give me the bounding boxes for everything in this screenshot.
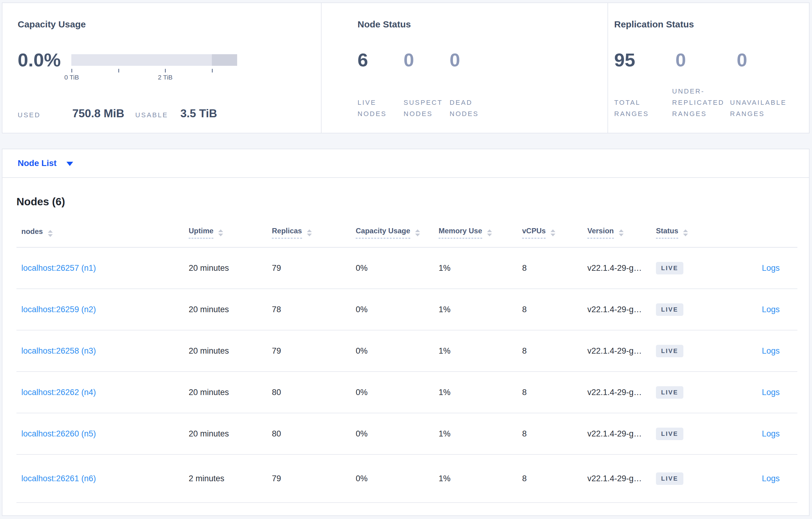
table-row: localhost:26258 (n3) 20 minutes 79 0% 1%…	[17, 330, 798, 372]
capacity-cell: 0%	[356, 289, 439, 330]
replicas-cell: 79	[272, 454, 356, 502]
replicas-cell: 79	[272, 330, 356, 372]
vcpus-cell: 8	[522, 454, 587, 502]
capacity-bar-reserved-segment	[212, 54, 237, 66]
suspect-nodes-value: 0	[404, 49, 450, 71]
logs-link[interactable]: Logs	[762, 474, 780, 483]
capacity-tick	[71, 69, 72, 72]
suspect-nodes-label: SUSPECT NODES	[404, 97, 450, 119]
node-link[interactable]: localhost:26259 (n2)	[21, 305, 96, 314]
node-link[interactable]: localhost:26258 (n3)	[21, 346, 96, 356]
version-cell: v22.1.4-29-g…	[587, 330, 656, 372]
logs-link[interactable]: Logs	[762, 346, 780, 356]
sort-icon	[415, 230, 420, 236]
column-header-version[interactable]: Version	[587, 208, 656, 247]
sort-icon	[218, 230, 223, 236]
total-ranges-value: 95	[614, 49, 675, 71]
memory-cell: 1%	[439, 330, 522, 372]
node-list-selector[interactable]: Node List	[2, 149, 809, 178]
uptime-cell: 20 minutes	[189, 247, 272, 289]
column-header-nodes[interactable]: nodes	[17, 208, 189, 247]
memory-cell: 1%	[439, 454, 522, 502]
version-cell: v22.1.4-29-g…	[587, 413, 656, 454]
capacity-tick-label-2: 2 TiB	[153, 74, 177, 81]
table-row: localhost:26260 (n5) 20 minutes 80 0% 1%…	[17, 413, 798, 454]
node-link[interactable]: localhost:26260 (n5)	[21, 429, 96, 438]
capacity-cell: 0%	[356, 247, 439, 289]
replication-values: 95 0 0	[614, 49, 809, 71]
capacity-gauge: 0.0% 0 TiB 2 TiB	[18, 49, 321, 71]
total-ranges-label: TOTAL RANGES	[614, 97, 672, 119]
logs-link[interactable]: Logs	[762, 305, 780, 314]
uptime-cell: 20 minutes	[189, 372, 272, 413]
status-badge: LIVE	[656, 345, 684, 357]
column-header-memory-use[interactable]: Memory Use	[439, 208, 522, 247]
capacity-cell: 0%	[356, 413, 439, 454]
column-header-replicas[interactable]: Replicas	[272, 208, 356, 247]
sort-icon	[683, 230, 688, 236]
capacity-cell: 0%	[356, 372, 439, 413]
memory-cell: 1%	[439, 247, 522, 289]
sort-icon	[487, 230, 492, 236]
column-header-capacity-usage[interactable]: Capacity Usage	[356, 208, 439, 247]
capacity-percent-value: 0.0%	[18, 49, 61, 71]
capacity-bar: 0 TiB 2 TiB	[71, 54, 237, 66]
logs-link[interactable]: Logs	[762, 264, 780, 273]
capacity-tick	[118, 69, 119, 72]
table-row: localhost:26262 (n4) 20 minutes 80 0% 1%…	[17, 372, 798, 413]
vcpus-cell: 8	[522, 413, 587, 454]
column-header-logs	[738, 208, 798, 247]
column-header-uptime[interactable]: Uptime	[189, 208, 272, 247]
capacity-tick	[165, 69, 166, 72]
live-nodes-value: 6	[357, 49, 404, 71]
node-link[interactable]: localhost:26257 (n1)	[21, 264, 96, 273]
uptime-cell: 2 minutes	[189, 454, 272, 502]
memory-cell: 1%	[439, 413, 522, 454]
used-label: USED	[18, 109, 40, 121]
version-cell: v22.1.4-29-g…	[587, 289, 656, 330]
unavailable-ranges-label: UNAVAILABLE RANGES	[730, 97, 788, 119]
version-cell: v22.1.4-29-g…	[587, 247, 656, 289]
replication-status-panel: Replication Status 95 0 0 TOTAL RANGES U…	[608, 3, 809, 133]
vcpus-cell: 8	[522, 330, 587, 372]
usable-value: 3.5 TiB	[180, 107, 217, 120]
sort-icon	[619, 230, 624, 236]
status-badge: LIVE	[656, 428, 684, 440]
replicas-cell: 80	[272, 413, 356, 454]
column-header-status[interactable]: Status	[656, 208, 738, 247]
replicas-cell: 78	[272, 289, 356, 330]
logs-link[interactable]: Logs	[762, 429, 780, 438]
sort-icon	[550, 230, 555, 236]
vcpus-cell: 8	[522, 289, 587, 330]
capacity-usage-title: Capacity Usage	[18, 18, 321, 30]
status-badge: LIVE	[656, 303, 684, 316]
node-status-title: Node Status	[357, 18, 607, 30]
version-cell: v22.1.4-29-g…	[587, 454, 656, 502]
table-row: localhost:26259 (n2) 20 minutes 78 0% 1%…	[17, 289, 798, 330]
sort-icon	[307, 230, 312, 236]
capacity-cell: 0%	[356, 330, 439, 372]
capacity-usage-panel: Capacity Usage 0.0% 0 TiB 2 TiB USED 750…	[2, 3, 322, 133]
node-link[interactable]: localhost:26261 (n6)	[21, 474, 96, 483]
uptime-cell: 20 minutes	[189, 289, 272, 330]
node-link[interactable]: localhost:26262 (n4)	[21, 388, 96, 397]
vcpus-cell: 8	[522, 247, 587, 289]
uptime-cell: 20 minutes	[189, 413, 272, 454]
capacity-cell: 0%	[356, 454, 439, 502]
capacity-stats-row: USED 750.8 MiB USABLE 3.5 TiB	[18, 107, 217, 121]
node-status-labels: LIVE NODES SUSPECT NODES DEAD NODES	[357, 97, 496, 119]
under-replicated-ranges-label: UNDER-REPLICATED RANGES	[672, 86, 730, 119]
replicas-cell: 80	[272, 372, 356, 413]
dead-nodes-value: 0	[450, 49, 496, 71]
dead-nodes-label: DEAD NODES	[450, 97, 496, 119]
vcpus-cell: 8	[522, 372, 587, 413]
replication-labels: TOTAL RANGES UNDER-REPLICATED RANGES UNA…	[614, 86, 788, 119]
nodes-heading: Nodes (6)	[17, 195, 797, 208]
live-nodes-label: LIVE NODES	[357, 97, 404, 119]
nodes-table: nodes Uptime Replicas Capacity Usage Mem…	[17, 208, 798, 503]
column-header-vcpus[interactable]: vCPUs	[522, 208, 587, 247]
used-value: 750.8 MiB	[72, 107, 124, 120]
cluster-summary-card: Capacity Usage 0.0% 0 TiB 2 TiB USED 750…	[2, 2, 810, 133]
logs-link[interactable]: Logs	[762, 388, 780, 397]
status-badge: LIVE	[656, 386, 684, 399]
